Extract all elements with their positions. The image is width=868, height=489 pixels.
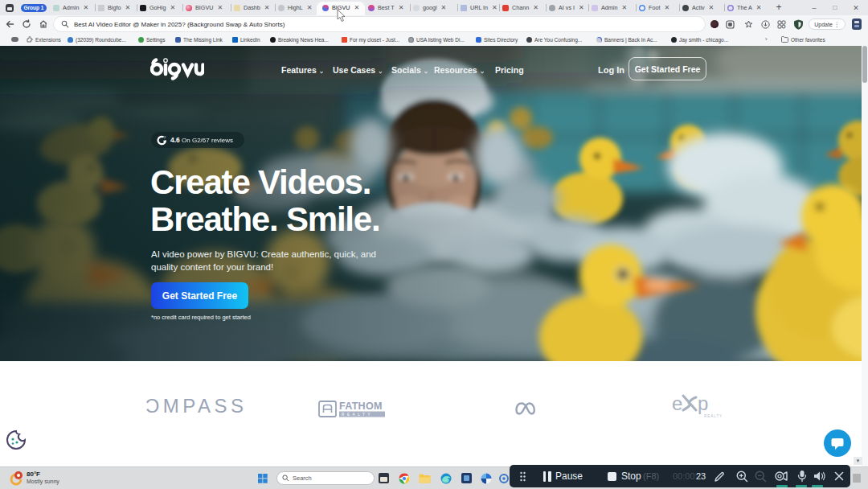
- svg-text:2: 2: [164, 135, 166, 139]
- svg-text:p: p: [698, 392, 708, 414]
- svg-text:FATHOM: FATHOM: [339, 401, 383, 412]
- svg-text:e: e: [672, 392, 682, 414]
- svg-text:REALTY: REALTY: [342, 413, 373, 417]
- svg-text:REALTY: REALTY: [704, 414, 722, 418]
